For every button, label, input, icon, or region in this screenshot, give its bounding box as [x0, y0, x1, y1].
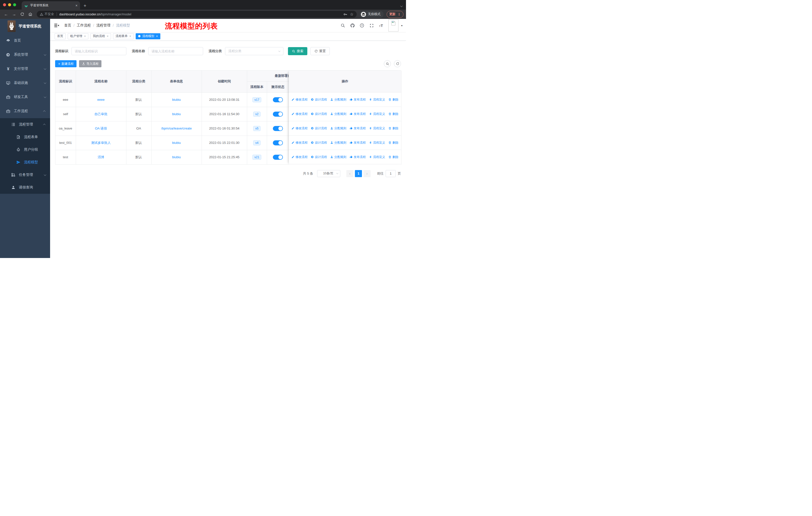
assign-rule-action[interactable]: 分配规则: [330, 98, 346, 102]
sidebar-item-devtools[interactable]: 研发工具: [0, 90, 50, 104]
publish-process-action[interactable]: 发布流程: [350, 112, 366, 116]
breadcrumb-workflow[interactable]: 工作流程: [77, 23, 91, 28]
form-link[interactable]: biubiu: [172, 141, 181, 145]
tag-tenant[interactable]: 租户管理×: [68, 33, 88, 39]
reset-button[interactable]: 重置: [310, 47, 330, 55]
prev-page-button[interactable]: ‹: [346, 170, 353, 177]
close-icon[interactable]: ×: [129, 34, 131, 38]
edit-process-action[interactable]: 修改流程: [291, 126, 308, 131]
back-button[interactable]: ←: [2, 11, 9, 18]
category-select[interactable]: 流程分类: [225, 47, 283, 55]
reload-button[interactable]: [19, 11, 26, 18]
publish-process-action[interactable]: 发布流程: [350, 155, 366, 159]
publish-process-action[interactable]: 发布流程: [350, 126, 366, 131]
tag-my-process[interactable]: 我的流程×: [90, 33, 111, 39]
page-number-1[interactable]: 1: [355, 170, 362, 177]
sidebar-item-process-model[interactable]: 流程模型: [0, 156, 50, 168]
publish-process-action[interactable]: 发布流程: [350, 98, 366, 102]
github-icon[interactable]: [350, 23, 355, 28]
browser-menu-dots-icon[interactable]: ⋮: [398, 12, 401, 16]
avatar-caret-icon[interactable]: ▾: [401, 24, 403, 27]
key-input[interactable]: [71, 47, 126, 55]
active-toggle[interactable]: [273, 140, 283, 145]
fullscreen-icon[interactable]: [369, 23, 374, 28]
zoom-window-button[interactable]: [13, 3, 16, 6]
url-text[interactable]: dashboard.yudao.iocoder.cn/bpm/manager/m…: [59, 12, 341, 16]
design-process-action[interactable]: 设计流程: [311, 112, 327, 116]
delete-action[interactable]: 删除: [388, 141, 399, 145]
form-link[interactable]: biubiu: [172, 112, 181, 116]
toggle-search-button[interactable]: [384, 60, 391, 67]
tab-search-chevron-icon[interactable]: [400, 3, 402, 8]
process-definition-action[interactable]: 流程定义: [369, 155, 385, 159]
delete-action[interactable]: 删除: [388, 126, 399, 131]
sidebar-collapse-button[interactable]: [54, 23, 59, 28]
close-icon[interactable]: ×: [156, 34, 158, 38]
home-button[interactable]: [27, 11, 34, 18]
address-bar[interactable]: 不安全 dashboard.yudao.iocoder.cn/bpm/manag…: [37, 11, 357, 18]
sidebar-item-user-group[interactable]: 用户分组: [0, 143, 50, 156]
form-link[interactable]: biubiu: [172, 98, 181, 102]
name-input[interactable]: [148, 47, 203, 55]
process-name-link[interactable]: 测试多审批人: [91, 141, 111, 145]
sidebar-item-task-management[interactable]: 任务管理: [0, 168, 50, 181]
design-process-action[interactable]: 设计流程: [311, 98, 327, 102]
assign-rule-action[interactable]: 分配规则: [330, 112, 346, 116]
sidebar-item-workflow[interactable]: 工作流程: [0, 104, 50, 118]
refresh-table-button[interactable]: [394, 60, 401, 67]
sidebar-item-infra[interactable]: 基础设施: [0, 76, 50, 90]
process-name-link[interactable]: eeee: [97, 98, 105, 102]
sidebar-item-home[interactable]: 首页: [0, 33, 50, 48]
bookmark-star-icon[interactable]: ☆: [350, 12, 353, 17]
sidebar-item-process-form[interactable]: 流程表单: [0, 131, 50, 143]
forward-button[interactable]: →: [10, 11, 18, 18]
edit-process-action[interactable]: 修改流程: [291, 98, 308, 102]
active-toggle[interactable]: [273, 126, 283, 131]
window-controls[interactable]: [3, 3, 16, 6]
process-name-link[interactable]: 滔博: [98, 155, 104, 159]
minimize-window-button[interactable]: [8, 3, 11, 6]
search-icon[interactable]: [341, 23, 345, 28]
edit-process-action[interactable]: 修改流程: [291, 141, 308, 145]
publish-process-action[interactable]: 发布流程: [350, 141, 366, 145]
process-name-link[interactable]: OA 请假: [95, 127, 107, 130]
goto-page-input[interactable]: [386, 170, 396, 177]
delete-action[interactable]: 删除: [388, 98, 399, 102]
edit-process-action[interactable]: 修改流程: [291, 155, 308, 159]
process-name-link[interactable]: 自己审批: [94, 112, 108, 116]
import-process-button[interactable]: 导入流程: [79, 60, 102, 67]
breadcrumb-process-management[interactable]: 流程管理: [96, 23, 111, 28]
browser-update-button[interactable]: 更新 ⋮: [387, 11, 404, 18]
design-process-action[interactable]: 设计流程: [311, 126, 327, 131]
close-icon[interactable]: ×: [84, 34, 86, 38]
delete-action[interactable]: 删除: [388, 155, 399, 159]
app-logo[interactable]: 芋道管理系统: [0, 19, 50, 33]
delete-action[interactable]: 删除: [388, 112, 399, 116]
process-definition-action[interactable]: 流程定义: [369, 112, 385, 116]
process-definition-action[interactable]: 流程定义: [369, 126, 385, 131]
tag-process-model-active[interactable]: 流程模型×: [136, 33, 160, 39]
sidebar-item-process-management[interactable]: 流程管理: [0, 118, 50, 131]
assign-rule-action[interactable]: 分配规则: [330, 155, 346, 159]
form-link[interactable]: biubiu: [172, 155, 181, 159]
browser-tab[interactable]: 芋道管理系统 ×: [22, 1, 80, 9]
sidebar-item-system[interactable]: 系统管理: [0, 48, 50, 62]
process-definition-action[interactable]: 流程定义: [369, 141, 385, 145]
sidebar-item-payment[interactable]: ¥ 支付管理: [0, 62, 50, 76]
next-page-button[interactable]: ›: [364, 170, 371, 177]
process-definition-action[interactable]: 流程定义: [369, 98, 385, 102]
tag-home[interactable]: 首页: [55, 33, 66, 39]
tab-close-icon[interactable]: ×: [76, 3, 78, 7]
form-link[interactable]: /bpm/oa/leave/create: [161, 127, 192, 130]
close-icon[interactable]: ×: [107, 34, 109, 38]
sidebar-item-leave-query[interactable]: 请假查询: [0, 181, 50, 194]
not-secure-indicator[interactable]: 不安全: [40, 12, 54, 17]
edit-process-action[interactable]: 修改流程: [291, 112, 308, 116]
design-process-action[interactable]: 设计流程: [311, 155, 327, 159]
help-icon[interactable]: [360, 23, 365, 28]
font-size-icon[interactable]: [379, 23, 384, 28]
tag-process-form[interactable]: 流程表单×: [113, 33, 134, 39]
active-toggle[interactable]: [273, 97, 283, 102]
new-tab-button[interactable]: +: [84, 3, 86, 8]
password-key-icon[interactable]: [343, 12, 347, 17]
